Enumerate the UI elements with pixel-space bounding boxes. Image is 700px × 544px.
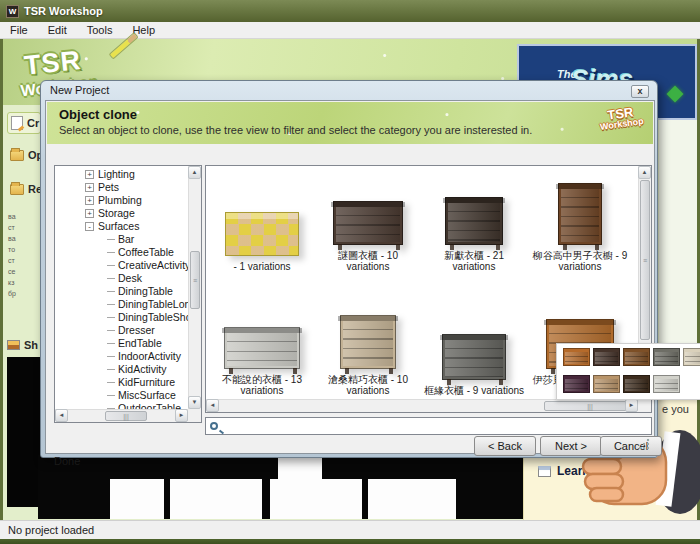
search-icon xyxy=(210,422,218,430)
variation-thumbnail[interactable] xyxy=(653,375,680,393)
back-button[interactable]: < Back xyxy=(474,436,536,456)
tree-item-desk[interactable]: Desk xyxy=(55,272,188,285)
variation-thumbnail[interactable] xyxy=(563,348,590,366)
tree-label: Lighting xyxy=(98,168,135,181)
tall-dresser-thumbnail xyxy=(558,183,602,245)
tree-item-endtable[interactable]: EndTable xyxy=(55,337,188,350)
tree-connector xyxy=(107,252,115,253)
window-bottom-edge xyxy=(0,539,700,544)
tree-connector xyxy=(107,304,115,305)
resize-grip[interactable] xyxy=(638,438,650,450)
variation-thumbnail[interactable] xyxy=(563,375,590,393)
dresser-thumbnail xyxy=(224,327,300,369)
object-item-dresser-4[interactable]: 柳谷高中男子衣櫥 - 9 variations xyxy=(527,170,633,274)
tree-item-lighting[interactable]: +Lighting xyxy=(55,168,188,181)
expand-icon[interactable]: + xyxy=(85,209,94,218)
filmstrip-slide[interactable] xyxy=(110,479,164,519)
grid-vscroll-thumb[interactable]: ≡ xyxy=(640,180,650,340)
object-caption: 謎圖衣櫃 - 10 variations xyxy=(317,250,419,272)
collapse-icon[interactable]: - xyxy=(85,222,94,231)
expand-icon[interactable]: + xyxy=(85,183,94,192)
object-item-dresser-2[interactable]: 謎圖衣櫃 - 10 variations xyxy=(315,170,421,274)
tree-connector xyxy=(107,382,115,383)
filmstrip-slide[interactable] xyxy=(368,479,456,519)
object-item-dresser-6[interactable]: 滄桑精巧衣櫃 - 10 variations xyxy=(315,274,421,398)
tree-item-surfaces[interactable]: -Surfaces xyxy=(55,220,188,233)
text-fragment: ва xyxy=(8,233,16,244)
object-caption: 滄桑精巧衣櫃 - 10 variations xyxy=(317,374,419,396)
tree-horizontal-scrollbar[interactable]: ◄ ||| ► xyxy=(55,409,188,422)
scroll-right-icon[interactable]: ► xyxy=(175,409,188,422)
tree-item-plumbing[interactable]: +Plumbing xyxy=(55,194,188,207)
text-fragment: бр xyxy=(8,288,16,299)
variation-thumbnail[interactable] xyxy=(593,375,620,393)
object-caption: 柳谷高中男子衣櫥 - 9 variations xyxy=(529,250,631,272)
tree-vscroll-thumb[interactable]: ≡ xyxy=(190,251,200,309)
wizard-header: Object clone Select an object to clone, … xyxy=(47,102,653,144)
object-item-dresser-7[interactable]: 框緣衣櫃 - 9 variations xyxy=(421,274,527,398)
tree-label: Bar xyxy=(118,233,134,246)
tree-item-pets[interactable]: +Pets xyxy=(55,181,188,194)
tree-hscroll-thumb[interactable]: ||| xyxy=(105,411,147,421)
tree-item-diningtable[interactable]: DiningTable xyxy=(55,285,188,298)
next-button[interactable]: Next > xyxy=(540,436,602,456)
sidebar-item-open[interactable]: Op xyxy=(10,149,43,161)
dresser-thumbnail xyxy=(340,315,396,369)
menu-edit[interactable]: Edit xyxy=(38,22,77,39)
tree-item-coffeetable[interactable]: CoffeeTable xyxy=(55,246,188,259)
variation-thumbnail[interactable] xyxy=(653,348,680,366)
menu-tools[interactable]: Tools xyxy=(77,22,123,39)
object-caption: 框緣衣櫃 - 9 variations xyxy=(423,385,525,396)
variation-thumbnail[interactable] xyxy=(623,348,650,366)
tree-item-outdoortable[interactable]: OutdoorTable xyxy=(55,402,188,409)
dresser-thumbnail xyxy=(445,197,503,245)
scroll-left-icon[interactable]: ◄ xyxy=(55,409,68,422)
object-caption: 新獻衣櫃 - 21 variations xyxy=(423,250,525,272)
sidebar-item-show[interactable]: Sh xyxy=(7,339,38,351)
object-caption: 不能說的衣櫃 - 13 variations xyxy=(211,374,313,396)
close-icon[interactable]: x xyxy=(631,85,649,98)
scroll-left-icon[interactable]: ◄ xyxy=(206,399,219,412)
variation-thumbnail[interactable] xyxy=(593,348,620,366)
tree-item-indooractivity[interactable]: IndoorActivity xyxy=(55,350,188,363)
cancel-button[interactable]: Cancel xyxy=(600,436,662,456)
tree-item-miscsurface[interactable]: MiscSurface xyxy=(55,389,188,402)
tree-item-diningtableshort[interactable]: DiningTableShort xyxy=(55,311,188,324)
new-project-dialog: New Project x Object clone Select an obj… xyxy=(40,80,658,458)
tree-item-kidfurniture[interactable]: KidFurniture xyxy=(55,376,188,389)
scroll-up-icon[interactable]: ▲ xyxy=(188,166,201,179)
tree-item-diningtablelong[interactable]: DiningTableLong xyxy=(55,298,188,311)
tree-label: Plumbing xyxy=(98,194,142,207)
expand-icon[interactable]: + xyxy=(85,196,94,205)
tree-label: IndoorActivity xyxy=(118,350,181,363)
tree-label: DiningTableShort xyxy=(118,311,188,324)
tree-item-bar[interactable]: Bar xyxy=(55,233,188,246)
tree-item-creativeactivity[interactable]: CreativeActivity xyxy=(55,259,188,272)
variation-thumbnail[interactable] xyxy=(683,348,700,366)
sidebar-item-create[interactable]: Cr xyxy=(7,112,41,134)
grid-hscroll-thumb[interactable]: ||| xyxy=(544,401,636,411)
expand-icon[interactable]: + xyxy=(85,170,94,179)
object-item-dresser-3[interactable]: 新獻衣櫃 - 21 variations xyxy=(421,170,527,274)
scroll-down-icon[interactable]: ▼ xyxy=(188,396,201,409)
window-titlebar[interactable]: W TSR Workshop xyxy=(0,0,700,22)
filmstrip-slide[interactable] xyxy=(170,479,262,519)
scroll-right-icon[interactable]: ► xyxy=(625,399,638,412)
tree-label: Surfaces xyxy=(98,220,139,233)
object-item-yellow-cube[interactable]: - 1 variations xyxy=(209,170,315,274)
object-item-dresser-5[interactable]: 不能說的衣櫃 - 13 variations xyxy=(209,274,315,398)
tree-item-dresser[interactable]: Dresser xyxy=(55,324,188,337)
sidebar-item-recent[interactable]: Re xyxy=(10,183,42,195)
scrollbar-corner xyxy=(188,409,201,422)
variation-thumbnail[interactable] xyxy=(623,375,650,393)
tree-item-kidactivity[interactable]: KidActivity xyxy=(55,363,188,376)
menu-file[interactable]: File xyxy=(0,22,38,39)
tree-vertical-scrollbar[interactable]: ▲ ≡ ▼ xyxy=(188,166,201,409)
grid-horizontal-scrollbar[interactable]: ◄ ||| ► xyxy=(206,399,638,412)
tree-connector xyxy=(107,265,115,266)
tree-item-storage[interactable]: +Storage xyxy=(55,207,188,220)
search-input[interactable] xyxy=(222,419,651,433)
scroll-up-icon[interactable]: ▲ xyxy=(638,166,651,179)
tree-connector xyxy=(107,278,115,279)
filmstrip-slide[interactable] xyxy=(270,479,362,519)
